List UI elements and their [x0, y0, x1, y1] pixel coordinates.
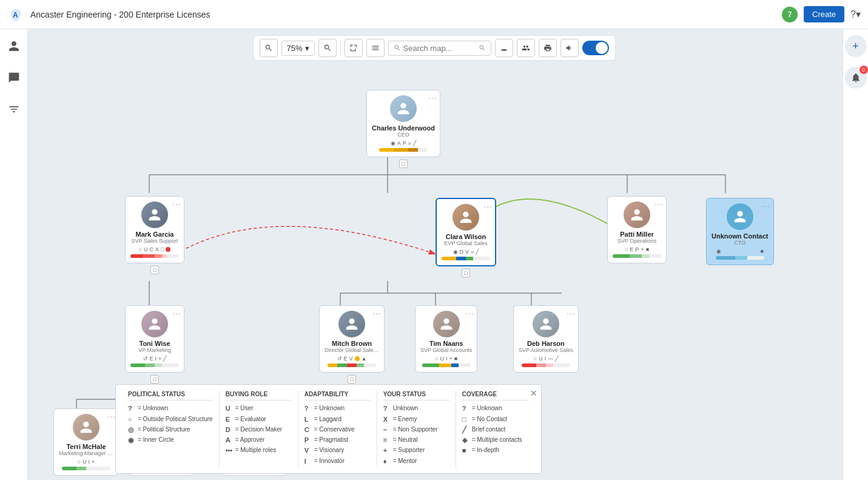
sidebar-chat-icon[interactable] — [3, 67, 25, 89]
map-search[interactable] — [388, 41, 491, 56]
charles-name: Charles Underwood — [372, 124, 435, 132]
notifications-icon[interactable]: 0 — [845, 67, 867, 89]
toni-expand[interactable]: □ — [150, 375, 159, 384]
legend-buying-multiple: ••• = Multiple roles — [226, 446, 292, 455]
toni-icons: ↺ E I + ╱ — [143, 356, 167, 362]
legend-close-button[interactable]: ✕ — [530, 388, 537, 398]
deb-avatar — [533, 311, 559, 337]
toggle-wrap[interactable] — [582, 41, 609, 55]
mitch-menu-dots[interactable]: ··· — [372, 308, 382, 318]
node-mitch: ··· Mitch Brown Director Global Sales Op… — [319, 305, 385, 384]
help-button[interactable]: ?▾ — [850, 8, 861, 20]
mitch-icons: ↺ E V ▲ — [337, 356, 367, 362]
legend-adapt-visionary: V = Visionary — [304, 446, 371, 455]
legend-status: YoUR STATUS ? Unknown X = Enemy − = Non … — [377, 391, 456, 467]
unknown-cto-title: CTO — [734, 240, 745, 246]
legend-political-inner: ◉ = Inner Circle — [128, 436, 213, 444]
sidebar-filter-icon[interactable] — [3, 98, 25, 120]
mark-bar — [130, 254, 179, 258]
ci5: ╱ — [413, 140, 416, 146]
legend-adapt-pragmatist: P = Pragmatist — [304, 436, 371, 444]
search-input[interactable] — [403, 44, 476, 53]
toni-bar — [130, 363, 179, 367]
notification-badge[interactable]: 7 — [782, 7, 798, 22]
legend-coverage-title: COVERAGE — [462, 391, 529, 401]
clara-expand[interactable]: □ — [462, 269, 470, 277]
tim-menu-dots[interactable]: ··· — [466, 308, 475, 318]
map-toolbar: 75% ▾ — [252, 35, 615, 61]
print-button[interactable] — [539, 39, 557, 57]
node-charles: ··· Charles Underwood CEO ◉ A P = ╱ □ — [366, 90, 440, 168]
deb-name: Deb Harson — [527, 340, 565, 347]
terri-menu-dots[interactable]: ··· — [107, 411, 116, 421]
export-button[interactable] — [495, 39, 513, 57]
mark-expand[interactable]: □ — [150, 266, 159, 274]
terri-title: Marketing Manager - Ex... — [59, 450, 113, 456]
create-button[interactable]: Create — [804, 6, 844, 22]
tim-card[interactable]: ··· Tim Naans SVP Global Accounts ○ U I … — [415, 305, 477, 373]
patti-menu-dots[interactable]: ··· — [654, 199, 664, 209]
charles-icons: ◉ A P = ╱ — [391, 140, 416, 146]
terri-icons: ○ U I + — [78, 459, 95, 465]
mark-menu-dots[interactable]: ··· — [172, 199, 181, 209]
mark-card[interactable]: ··· Mark Garcia SVP Sales Support ○ U C … — [125, 196, 184, 263]
mark-title: SVP Sales Support — [132, 238, 178, 244]
charles-expand[interactable]: □ — [399, 160, 408, 168]
charles-card[interactable]: ··· Charles Underwood CEO ◉ A P = ╱ — [366, 90, 440, 157]
mark-name: Mark Garcia — [136, 231, 174, 238]
patti-card[interactable]: ··· Patti Miller SVP Operations ○ E P + … — [607, 196, 667, 263]
patti-icons: ○ E P + ■ — [625, 246, 649, 252]
unknown-cto-card[interactable]: ··· Unknown Contact CTO ◉ ■ — [706, 198, 774, 265]
tim-bar — [422, 363, 471, 367]
mitch-card[interactable]: ··· Mitch Brown Director Global Sales Op… — [319, 305, 385, 373]
node-patti: ··· Patti Miller SVP Operations ○ E P + … — [607, 196, 667, 263]
legend-political-title: POLITICAL STATUS — [128, 391, 213, 401]
mitch-expand[interactable]: □ — [348, 375, 356, 384]
legend-cov-unknown: ? = Unknown — [462, 404, 529, 413]
unknown-cto-bar — [716, 256, 764, 260]
deb-menu-dots[interactable]: ··· — [567, 308, 576, 318]
legend-political-outside: ○ = Outside Political Structure — [128, 415, 213, 424]
toggle-knob — [596, 42, 608, 54]
clara-name: Clara Wilson — [446, 233, 486, 240]
sidebar-person-icon[interactable] — [3, 35, 25, 57]
node-clara: ··· Clara Wilson EVP Global Sales ◉ D V … — [436, 198, 496, 277]
zoom-level-display[interactable]: 75% ▾ — [281, 41, 314, 56]
ci2: A — [397, 140, 401, 146]
zoom-in-button[interactable] — [318, 39, 337, 57]
mitch-bar — [328, 363, 376, 367]
fit-view-button[interactable] — [345, 39, 363, 57]
left-sidebar — [0, 29, 28, 480]
legend-adapt-unknown: ? = Unknown — [304, 404, 371, 413]
terri-card[interactable]: ··· Terri McHale Marketing Manager - Ex.… — [53, 408, 119, 476]
sound-button[interactable] — [560, 39, 579, 57]
tim-avatar — [433, 311, 460, 337]
legend-cov-brief: ╱ Brief contact — [462, 425, 529, 434]
legend-status-enemy: X = Enemy — [383, 415, 449, 424]
clara-icons: ◉ D V = ╱ — [453, 249, 479, 255]
charles-avatar — [390, 95, 417, 122]
clara-menu-dots[interactable]: ··· — [483, 201, 493, 211]
add-icon[interactable]: + — [845, 35, 867, 57]
patti-bar — [613, 254, 661, 258]
zoom-out-button[interactable] — [259, 39, 277, 57]
legend-cov-indepth: ■ = In-depth — [462, 446, 529, 455]
tim-title: SVP Global Accounts — [420, 347, 472, 353]
terri-avatar — [73, 414, 99, 441]
view-toggle[interactable] — [582, 41, 609, 55]
legend-buying: BUYING ROLE U = User E = Evaluator D = D… — [220, 391, 298, 467]
mitch-name: Mitch Brown — [332, 340, 372, 347]
users-export-button[interactable] — [517, 39, 535, 57]
legend-status-supporter: + = Supporter — [383, 446, 449, 455]
legend-status-title: YoUR STATUS — [383, 391, 449, 401]
clara-card[interactable]: ··· Clara Wilson EVP Global Sales ◉ D V … — [436, 198, 496, 266]
toni-menu-dots[interactable]: ··· — [172, 308, 181, 318]
toni-card[interactable]: ··· Toni Wise VP Marketing ↺ E I + ╱ — [125, 305, 184, 373]
node-deb: ··· Deb Harson SVP Automotive Sales ○ U … — [513, 305, 579, 373]
list-view-button[interactable] — [366, 39, 385, 57]
deb-card[interactable]: ··· Deb Harson SVP Automotive Sales ○ U … — [513, 305, 579, 373]
node-mark: ··· Mark Garcia SVP Sales Support ○ U C … — [125, 196, 184, 274]
legend-adaptability: ADAPTABILITY ? = Unknown L = Laggard C =… — [298, 391, 377, 467]
charles-menu-dots[interactable]: ··· — [428, 93, 437, 103]
unknown-cto-menu-dots[interactable]: ··· — [762, 201, 771, 211]
